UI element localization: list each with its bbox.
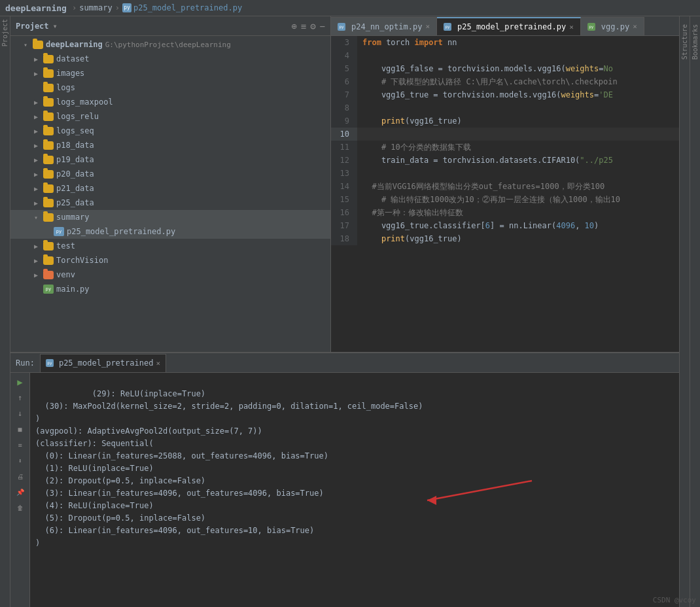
locate-icon[interactable]: ⊕ [291,21,296,31]
structure-sidebar: Structure [679,16,690,607]
bookmarks-label: Bookmarks [691,24,699,60]
tab-p24-label: p24_nn_optim.py [351,22,422,31]
watermark: CSDN @vcoy [653,596,696,604]
left-sidebar: Project [0,16,10,607]
download-button[interactable]: ⬇ [14,454,27,467]
code-content-11: # 10个分类的数据集下载 [357,141,471,154]
code-content-17: vgg16_true.classifier[6] = nn.Linear(409… [357,219,599,232]
breadcrumb-file: p25_model_pretrained.py [133,3,242,12]
code-line-18: 18 print(vgg16_true) [331,232,679,245]
py-icon: py [122,3,131,12]
tab-vgg[interactable]: py vgg.py × [581,17,644,35]
run-output: (29): ReLU(inplace=True) (30): MaxPool2d… [30,373,679,607]
tab-vgg-close[interactable]: × [633,23,637,30]
filter-button[interactable]: ≡ [14,438,27,451]
tree-item-logs-maxpool[interactable]: ▶ logs_maxpool [10,95,330,109]
trash-button[interactable]: 🗑 [14,501,27,514]
tab-p25-label: p25_model_pretrained.py [457,22,566,31]
tree-root[interactable]: ▾ deepLearning G:\pythonProject\deepLear… [10,37,330,52]
tab-p24-close[interactable]: × [425,23,430,30]
code-line-3: 3 from torch import nn [331,36,679,49]
tree-root-label: deepLearning [46,40,103,49]
brand-label: deepLearning [5,3,67,13]
tree-label-dataset: dataset [56,54,90,63]
stop-button[interactable]: ■ [14,423,27,436]
tree-item-test[interactable]: ▶ test [10,239,330,253]
tree-item-images[interactable]: ▶ images [10,66,330,80]
tree-item-p25-file[interactable]: ▶ py p25_model_pretrained.py [10,224,330,239]
folder-icon-p25-data [43,199,54,207]
run-tab-close[interactable]: × [156,359,160,368]
tree-item-summary[interactable]: ▾ summary [10,210,330,224]
tree-item-torchvision[interactable]: ▶ TorchVision [10,253,330,268]
code-content-9: print(vgg16_true) [357,114,462,128]
tree-label-summary: summary [56,213,90,222]
collapse-icon[interactable]: ≡ [301,21,306,31]
code-content-14: #当前VGG16网络模型输出分类out_features=1000，即分类100 [357,180,604,193]
tab-p25-icon: py [444,23,451,31]
run-tab[interactable]: py p25_model_pretrained × [40,354,166,372]
scroll-up-button[interactable]: ↑ [14,391,27,404]
output-line-13: ) [35,538,40,547]
panel-title: Project [16,22,49,31]
scroll-down-button[interactable]: ↓ [14,407,27,420]
line-num-6: 6 [331,75,357,88]
tree-label-logs-maxpool: logs_maxpool [56,97,113,107]
top-bar: deepLearning › summary › py p25_model_pr… [0,0,700,16]
arrow-svg [408,474,538,513]
print-button[interactable]: 🖨 [14,470,27,483]
tree-label-p25-data: p25_data [56,198,94,207]
tree-item-logs-seq[interactable]: ▶ logs_seq [10,124,330,138]
run-sidebar: ▶ ↑ ↓ ■ ≡ ⬇ 🖨 📌 🗑 [10,373,30,607]
code-line-7: 7 vgg16_true = torchvision.models.vgg16(… [331,88,679,101]
folder-icon-p19 [43,156,54,164]
panel-header: Project ▾ ⊕ ≡ ⚙ − [10,16,330,36]
output-line-8: (2): Dropout(p=0.5, inplace=False) [35,476,205,485]
code-line-9: 9 print(vgg16_true) [331,114,679,128]
tree-item-venv[interactable]: ▶ venv [10,268,330,282]
tree-label-p21: p21_data [56,184,94,193]
code-line-10: 10 [331,128,679,141]
code-editor[interactable]: 3 from torch import nn 4 5 vgg16_false =… [331,36,679,352]
tree-label-p19: p19_data [56,155,94,164]
output-line-12: (6): Linear(in_features=4096, out_featur… [35,526,314,535]
tree-item-logs[interactable]: ▶ logs [10,80,330,95]
output-line-2: (30): MaxPool2d(kernel_size=2, stride=2,… [35,402,423,411]
output-line-9: (3): Linear(in_features=4096, out_featur… [35,489,324,498]
project-tab-icon[interactable]: Project [1,19,9,46]
output-line-4: (avgpool): AdaptiveAvgPool2d(output_size… [35,426,262,436]
code-line-6: 6 # 下载模型的默认路径 C:\用户名\.cache\torch\.check… [331,75,679,88]
breadcrumb: › summary › py p25_model_pretrained.py [69,3,242,12]
code-line-8: 8 [331,101,679,114]
tree-item-dataset[interactable]: ▶ dataset [10,52,330,66]
tree-item-p20[interactable]: ▶ p20_data [10,167,330,181]
code-line-13: 13 [331,167,679,180]
pin-button[interactable]: 📌 [14,485,27,498]
settings-icon[interactable]: ⚙ [310,21,315,31]
tab-p24[interactable]: py p24_nn_optim.py × [331,17,437,35]
line-num-5: 5 [331,62,357,75]
code-content-3: from torch import nn [357,36,457,49]
tree-item-p19[interactable]: ▶ p19_data [10,152,330,167]
tree-item-p21[interactable]: ▶ p21_data [10,181,330,196]
folder-icon-torchvision [43,256,54,265]
tree-label-p20: p20_data [56,169,94,179]
tree-item-main[interactable]: ▶ py main.py [10,282,330,296]
folder-icon-logs [43,84,54,92]
line-num-12: 12 [331,154,357,167]
code-content-12: train_data = torchvision.datasets.CIFAR1… [357,154,613,167]
panel-dropdown-arrow[interactable]: ▾ [53,22,58,31]
line-num-7: 7 [331,88,357,101]
tab-p25-close[interactable]: × [569,24,574,31]
play-button[interactable]: ▶ [14,375,27,389]
minimize-icon[interactable]: − [320,21,325,31]
tree-item-p18[interactable]: ▶ p18_data [10,138,330,152]
line-num-13: 13 [331,167,357,180]
tree-item-p25-data[interactable]: ▶ p25_data [10,196,330,210]
tab-p25[interactable]: py p25_model_pretrained.py × [437,17,581,35]
folder-icon-p20 [43,170,54,179]
line-num-4: 4 [331,49,357,62]
bottom-panel: Run: py p25_model_pretrained × ▶ ↑ ↓ ■ ≡… [10,352,679,607]
folder-icon-summary [43,213,54,222]
tree-item-logs-relu[interactable]: ▶ logs_relu [10,109,330,124]
